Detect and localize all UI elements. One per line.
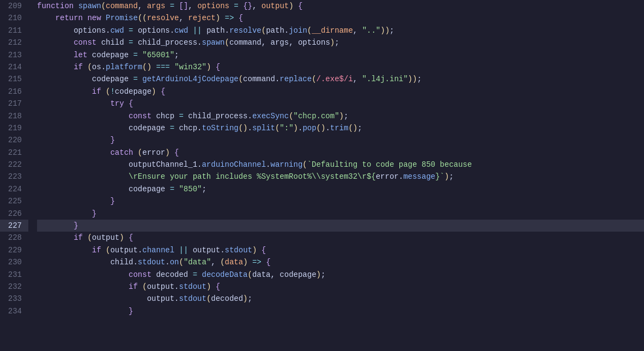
code-line-220: }	[37, 134, 644, 146]
code-line-227: }	[37, 220, 644, 232]
line-number-215: 215	[0, 73, 28, 85]
line-number-221: 221	[0, 147, 28, 159]
code-editor[interactable]: 209 210 211 212 213 214 215 216 217 218 …	[0, 0, 644, 351]
code-line-222: outputChannel_1.arduinoChannel.warning(`…	[37, 159, 644, 171]
line-number-227: 227	[0, 220, 28, 232]
line-number-225: 225	[0, 195, 28, 207]
code-line-210: return new Promise((resolve, reject) => …	[37, 12, 644, 24]
code-line-214: if (os.platform() === "win32") {	[37, 61, 644, 73]
code-line-215: codepage = getArduinoL4jCodepage(command…	[37, 73, 644, 85]
code-line-226: }	[37, 208, 644, 220]
code-line-216: if (!codepage) {	[37, 86, 644, 98]
line-number-219: 219	[0, 122, 28, 134]
code-line-234: }	[37, 305, 644, 317]
code-line-225: }	[37, 195, 644, 207]
code-line-224: codepage = "850";	[37, 183, 644, 195]
line-number-226: 226	[0, 208, 28, 220]
code-line-213: let codepage = "65001";	[37, 49, 644, 61]
line-number-209: 209	[0, 0, 28, 12]
line-number-232: 232	[0, 281, 28, 293]
line-number-212: 212	[0, 37, 28, 49]
line-number-231: 231	[0, 269, 28, 281]
code-line-221: catch (error) {	[37, 147, 644, 159]
line-number-213: 213	[0, 49, 28, 61]
line-number-230: 230	[0, 256, 28, 268]
code-line-219: codepage = chcp.toString().split(":").po…	[37, 122, 644, 134]
code-line-231: const decoded = decodeData(data, codepag…	[37, 269, 644, 281]
line-numbers: 209 210 211 212 213 214 215 216 217 218 …	[0, 0, 28, 351]
line-number-222: 222	[0, 159, 28, 171]
line-number-218: 218	[0, 110, 28, 122]
line-number-214: 214	[0, 61, 28, 73]
line-number-223: 223	[0, 171, 28, 183]
line-number-210: 210	[0, 12, 28, 24]
line-number-224: 224	[0, 183, 28, 195]
code-line-218: const chcp = child_process.execSync("chc…	[37, 110, 644, 122]
code-line-223: \rEnsure your path includes %SystemRoot%…	[37, 171, 644, 183]
line-number-234: 234	[0, 305, 28, 317]
line-number-217: 217	[0, 98, 28, 110]
line-number-211: 211	[0, 25, 28, 37]
code-content: function spawn(command, args = [], optio…	[28, 0, 644, 351]
code-line-211: options.cwd = options.cwd || path.resolv…	[37, 25, 644, 37]
code-line-217: try {	[37, 98, 644, 110]
code-line-228: if (output) {	[37, 232, 644, 244]
line-number-220: 220	[0, 134, 28, 146]
code-line-209: function spawn(command, args = [], optio…	[37, 0, 644, 12]
line-number-229: 229	[0, 244, 28, 256]
code-line-212: const child = child_process.spawn(comman…	[37, 37, 644, 49]
line-number-233: 233	[0, 293, 28, 305]
line-number-216: 216	[0, 86, 28, 98]
code-line-233: output.stdout(decoded);	[37, 293, 644, 305]
code-line-229: if (output.channel || output.stdout) {	[37, 244, 644, 256]
code-line-232: if (output.stdout) {	[37, 281, 644, 293]
code-line-230: child.stdout.on("data", (data) => {	[37, 256, 644, 268]
line-number-228: 228	[0, 232, 28, 244]
